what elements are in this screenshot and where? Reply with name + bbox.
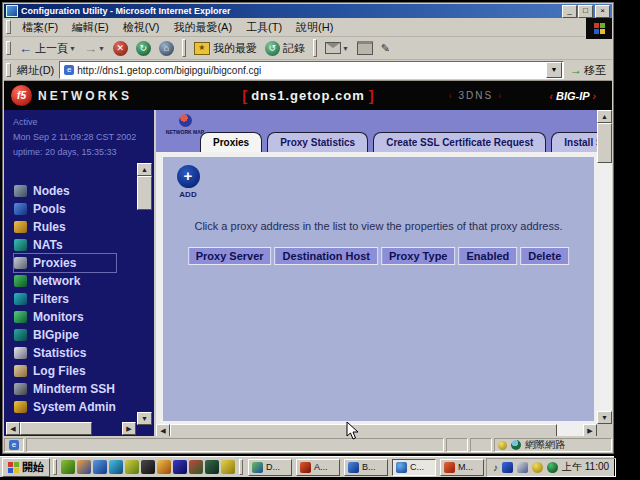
tab-create-ssl-certificate-request[interactable]: Create SSL Certificate Request [373,132,546,152]
sidebar-item-log-files[interactable]: Log Files [14,362,116,380]
tray-icon[interactable] [502,462,513,473]
close-button[interactable]: × [595,5,610,18]
quick-launch-icon[interactable] [109,460,123,474]
scrollbar-thumb[interactable] [137,176,152,210]
mail-button[interactable]: ▼ [321,41,353,55]
quick-launch-icon[interactable] [141,460,155,474]
tick-icon: › [592,90,596,102]
sidebar-item-monitors[interactable]: Monitors [14,308,116,326]
maximize-button[interactable]: □ [578,5,593,18]
favorites-button[interactable]: ★ 我的最愛 [190,40,261,57]
toolbar-grip[interactable] [6,41,11,55]
scrollbar-thumb[interactable] [20,422,92,435]
home-button[interactable]: ⌂ [155,40,178,57]
minimize-button[interactable]: _ [562,5,577,18]
quick-launch-icon[interactable] [205,460,219,474]
toolbar-grip[interactable] [6,63,11,77]
scrollbar-thumb[interactable] [597,123,612,163]
product-bigip: ‹ BIG-IP › [549,90,596,102]
quick-launch-icon[interactable] [189,460,203,474]
quick-launch-icon[interactable] [157,460,171,474]
sidebar-item-bigpipe[interactable]: BIGpipe [14,326,116,344]
favorites-icon: ★ [194,42,210,55]
menu-file[interactable]: 檔案(F) [15,19,65,36]
quick-launch-icon[interactable] [221,460,235,474]
taskbar-window-button-active[interactable]: C... [392,459,436,476]
scroll-left-icon[interactable]: ◀ [6,422,20,435]
scroll-up-icon[interactable]: ▲ [597,110,612,123]
quick-launch-icon[interactable] [173,460,187,474]
sidebar-item-mindterm-ssh[interactable]: Mindterm SSH [14,380,116,398]
sidebar-item-label: System Admin [33,400,116,414]
taskbar-window-button[interactable]: D... [248,459,292,476]
toolbar-grip[interactable] [6,20,11,34]
scroll-down-icon[interactable]: ▼ [597,411,612,424]
tab-install-ssl-certificate[interactable]: Install SSL Certifi [551,132,597,152]
history-button[interactable]: ↺ 記錄 [261,40,309,57]
taskbar-window-button[interactable]: A... [296,459,340,476]
menu-edit[interactable]: 編輯(E) [65,19,116,36]
toolbar-separator [313,39,317,57]
rules-icon [14,221,27,233]
f5-banner: f5 NETWORKS [ dns1.getop.com ] ‹ 3DNS › … [4,81,612,110]
sidebar-item-filters[interactable]: Filters [14,290,116,308]
scroll-down-icon[interactable]: ▼ [137,412,152,425]
sidebar-item-pools[interactable]: Pools [14,200,116,218]
hostname-wrap: [ dns1.getop.com ] [242,87,374,104]
menu-help[interactable]: 說明(H) [289,19,340,36]
sidebar-vertical-scrollbar[interactable]: ▲ ▼ [137,163,152,425]
add-proxy-button[interactable]: + ADD [173,165,203,199]
quick-launch-icon[interactable] [93,460,107,474]
app-icon [348,462,359,473]
start-button[interactable]: 開始 [2,458,50,477]
forward-button[interactable]: → ▼ [80,40,109,57]
sidebar-item-nodes[interactable]: Nodes [14,182,116,200]
tab-proxy-statistics[interactable]: Proxy Statistics [267,132,368,152]
stop-button[interactable]: ✕ [109,40,132,57]
sidebar-item-network[interactable]: Network [14,272,116,290]
scroll-up-icon[interactable]: ▲ [137,163,152,176]
print-button[interactable] [353,40,377,56]
quick-launch-icon[interactable] [61,460,75,474]
quick-launch-icon[interactable] [125,460,139,474]
go-button[interactable]: → 移至 [564,63,612,78]
menu-tools[interactable]: 工具(T) [239,19,289,36]
sidebar-item-statistics[interactable]: Statistics [14,344,116,362]
favorites-label: 我的最愛 [213,41,257,56]
back-button[interactable]: ← 上一頁 ▼ [15,40,80,57]
main-vertical-scrollbar[interactable]: ▲ ▼ [597,110,612,424]
taskbar-window-button[interactable]: M... [440,459,484,476]
tick-icon: › [498,90,503,101]
edit-button[interactable]: ✎ [377,41,394,56]
tray-icon[interactable] [532,462,543,473]
address-dropdown-icon[interactable]: ▼ [546,62,562,78]
taskbar-window-button[interactable]: B... [344,459,388,476]
quick-launch-icon[interactable] [77,460,91,474]
menu-view[interactable]: 檢視(V) [116,19,167,36]
status-uptime: uptime: 20 days, 15:35:33 [13,145,136,160]
sidebar-item-proxies[interactable]: Proxies [14,254,116,272]
stop-icon: ✕ [113,41,128,56]
sidebar-item-system-admin[interactable]: System Admin [14,398,116,416]
address-input[interactable]: e http://dns1.getop.com/bigipgui/bigconf… [59,61,564,79]
pools-icon [14,203,27,215]
sidebar-item-nats[interactable]: NATs [14,236,116,254]
sidebar-item-rules[interactable]: Rules [14,218,116,236]
status-pane [470,438,492,452]
tray-icon[interactable] [517,462,528,473]
volume-icon[interactable]: ♪ [493,462,498,473]
main-frame: NETWORK MAP Proxies Proxy Statistics Cre… [156,110,612,437]
taskbar-separator [53,459,57,475]
f5-brand-text: NETWORKS [38,89,132,103]
scroll-right-icon[interactable]: ▶ [122,422,136,435]
tick-icon: ‹ [549,90,553,102]
menu-favorites[interactable]: 我的最愛(A) [166,19,239,36]
browser-window: Configuration Utility - Microsoft Intern… [2,2,614,454]
refresh-button[interactable]: ↻ [132,40,155,57]
tray-icon[interactable] [547,462,558,473]
system-tray: ♪ 上午 11:00 [486,458,616,477]
toolbar: ← 上一頁 ▼ → ▼ ✕ ↻ ⌂ ★ 我的最愛 ↺ 記錄 ▼ ✎ [4,37,612,60]
sidebar-horizontal-scrollbar[interactable]: ◀ ▶ [6,422,136,435]
header-destination-host: Destination Host [275,247,378,265]
tab-proxies[interactable]: Proxies [200,132,262,152]
